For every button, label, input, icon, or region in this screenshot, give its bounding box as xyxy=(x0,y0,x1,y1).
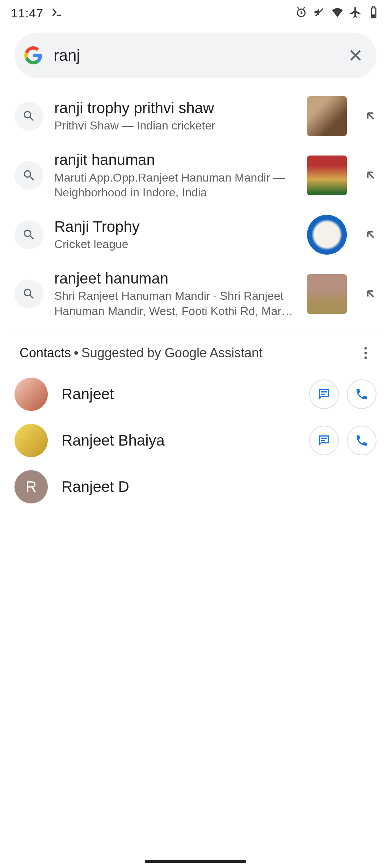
suggestion-subtitle: Prithvi Shaw — Indian cricketer xyxy=(54,118,296,133)
suggestion-row[interactable]: Ranji Trophy Cricket league xyxy=(0,208,391,262)
contacts-header-title: Contacts•Suggested by Google Assistant xyxy=(20,345,262,361)
suggestion-title: ranjit hanuman xyxy=(54,150,296,170)
insert-suggestion-button[interactable] xyxy=(358,281,384,307)
suggestion-row[interactable]: ranjeet hanuman Shri Ranjeet Hanuman Man… xyxy=(0,262,391,326)
search-icon xyxy=(14,280,43,309)
contact-name: Ranjeet xyxy=(62,386,295,403)
search-suggestions: ranji trophy prithvi shaw Prithvi Shaw —… xyxy=(0,78,391,326)
suggestion-title: Ranji Trophy xyxy=(54,217,296,237)
suggestion-text: ranjit hanuman Maruti App.Opp.Ranjeet Ha… xyxy=(54,150,296,200)
suggestion-subtitle: Maruti App.Opp.Ranjeet Hanuman Mandir — … xyxy=(54,170,296,200)
clear-button[interactable] xyxy=(345,45,366,65)
mute-icon xyxy=(313,6,326,20)
insert-suggestion-button[interactable] xyxy=(358,162,384,188)
airplane-icon xyxy=(349,6,362,20)
contact-avatar xyxy=(14,378,48,411)
status-time: 11:47 xyxy=(11,6,43,20)
google-logo-icon xyxy=(24,46,43,65)
search-icon xyxy=(14,161,43,190)
suggestion-thumbnail xyxy=(307,215,347,255)
suggestion-thumbnail xyxy=(307,156,347,195)
suggestion-title: ranji trophy prithvi shaw xyxy=(54,99,296,118)
status-left: 11:47 xyxy=(11,6,63,20)
contact-name: Ranjeet Bhaiya xyxy=(62,432,295,449)
contact-row[interactable]: R Ranjeet D xyxy=(0,464,391,510)
contact-row[interactable]: Ranjeet xyxy=(0,371,391,417)
search-box[interactable] xyxy=(14,33,377,78)
svg-point-2 xyxy=(365,347,367,350)
contacts-sublabel: Suggested by Google Assistant xyxy=(81,345,262,360)
battery-icon xyxy=(367,6,380,20)
suggestion-row[interactable]: ranji trophy prithvi shaw Prithvi Shaw —… xyxy=(0,89,391,143)
contacts-header: Contacts•Suggested by Google Assistant xyxy=(0,332,391,371)
suggestion-subtitle: Shri Ranjeet Hanuman Mandir · Shri Ranje… xyxy=(54,289,296,319)
status-bar: 11:47 xyxy=(0,0,391,26)
call-button[interactable] xyxy=(347,426,377,455)
contact-name: Ranjeet D xyxy=(62,478,377,495)
contact-actions xyxy=(309,426,377,455)
contact-initial: R xyxy=(26,478,37,495)
insert-suggestion-button[interactable] xyxy=(358,222,384,248)
status-right xyxy=(295,6,380,20)
suggestion-row[interactable]: ranjit hanuman Maruti App.Opp.Ranjeet Ha… xyxy=(0,143,391,208)
suggestion-thumbnail xyxy=(307,96,347,136)
insert-suggestion-button[interactable] xyxy=(358,103,384,129)
svg-rect-1 xyxy=(372,14,375,17)
message-button[interactable] xyxy=(309,379,339,409)
search-icon xyxy=(14,220,43,249)
more-options-button[interactable] xyxy=(355,342,377,364)
suggestion-text: ranjeet hanuman Shri Ranjeet Hanuman Man… xyxy=(54,269,296,319)
suggestion-text: Ranji Trophy Cricket league xyxy=(54,217,296,252)
contact-actions xyxy=(309,379,377,409)
suggestion-title: ranjeet hanuman xyxy=(54,269,296,288)
wifi-icon xyxy=(331,6,344,20)
suggestion-thumbnail xyxy=(307,274,347,314)
contact-row[interactable]: Ranjeet Bhaiya xyxy=(0,417,391,464)
alarm-icon xyxy=(295,6,308,20)
search-icon xyxy=(14,102,43,131)
search-input[interactable] xyxy=(54,46,335,64)
suggestion-subtitle: Cricket league xyxy=(54,237,296,252)
contact-avatar xyxy=(14,424,48,457)
contacts-label: Contacts xyxy=(20,345,71,360)
suggestion-text: ranji trophy prithvi shaw Prithvi Shaw —… xyxy=(54,99,296,133)
terminal-icon xyxy=(51,6,63,20)
svg-point-4 xyxy=(365,357,367,359)
svg-point-3 xyxy=(365,352,367,354)
contact-avatar: R xyxy=(14,470,48,503)
home-indicator[interactable] xyxy=(145,860,246,863)
call-button[interactable] xyxy=(347,379,377,409)
message-button[interactable] xyxy=(309,426,339,455)
